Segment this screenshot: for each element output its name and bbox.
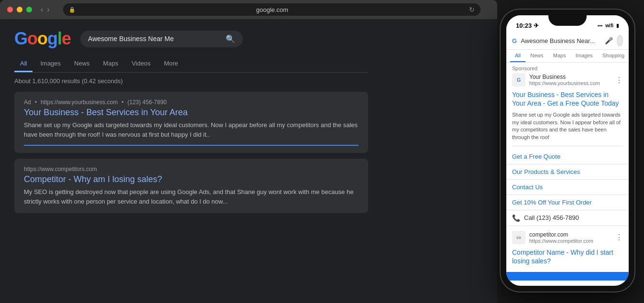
maximize-button[interactable] [26, 7, 32, 12]
phone-mockup: 10:23 ✈ ▪▪▪wifi▮ G 🎤 All News Maps Image… [501, 10, 634, 292]
phone-tab-all[interactable]: All [510, 50, 525, 62]
phone-notch [548, 15, 587, 26]
phone-sitelink-contact[interactable]: Contact Us [506, 180, 629, 195]
organic-result-title[interactable]: Competitor - Why am I losing sales? [24, 174, 359, 184]
phone-competitor-title[interactable]: Competitor Name - Why did I start losing… [506, 247, 629, 266]
ad-result-description: Shane set up my Google ads targeted towa… [24, 120, 359, 139]
phone-comp-name-block: competitor.com https://www.competitor.co… [529, 231, 593, 244]
signal-icon: ▪▪▪ [598, 23, 603, 28]
lock-icon: 🔒 [69, 7, 76, 13]
phone-ad-url: https://www.yourbusiness.com [529, 80, 600, 86]
organic-result-description: My SEO is getting destroyed now that peo… [24, 187, 359, 206]
organic-result-card: https://www.competitors.com Competitor -… [14, 159, 368, 213]
phone-call-label: Call (123) 456-7890 [524, 214, 579, 221]
google-page: Google 🔍 All Images News Maps Videos Mor… [0, 19, 382, 228]
ad-url: https://www.yourbusiness.com [41, 99, 118, 106]
phone-comp-url: https://www.competitor.com [529, 238, 593, 244]
phone-ad-name-block: Your Business https://www.yourbusiness.c… [529, 74, 600, 86]
phone-nav-tabs: All News Maps Images Shopping V [506, 50, 629, 63]
ad-result-title[interactable]: Your Business - Best Services in Your Ar… [24, 108, 359, 118]
phone-status-icons: ▪▪▪wifi▮ [598, 23, 619, 28]
phone-ad-title[interactable]: Your Business - Best Services in Your Ar… [506, 88, 629, 109]
browser-titlebar: ‹ › 🔒 google.com ↻ [0, 0, 497, 19]
phone-bottom-bar [506, 272, 629, 281]
phone-ad-more-button[interactable]: ⋮ [615, 76, 623, 85]
ad-label: Ad [24, 99, 31, 106]
phone-comp-logo: co [512, 231, 525, 244]
blue-divider [24, 145, 359, 146]
logo-g: g [47, 29, 57, 48]
nav-buttons: ‹ › [41, 5, 50, 14]
phone-ad-business-name: Your Business [529, 74, 600, 80]
phone-tab-maps[interactable]: Maps [548, 50, 571, 62]
reload-button[interactable]: ↻ [469, 6, 475, 13]
search-box[interactable]: 🔍 [80, 31, 243, 47]
phone-divider-1 [512, 146, 623, 146]
phone-competitor-header: co competitor.com https://www.competitor… [506, 228, 629, 247]
phone-call-icon: 📞 [512, 214, 520, 222]
ad-phone: (123) 456-7890 [128, 99, 167, 106]
back-button[interactable]: ‹ [41, 5, 43, 14]
search-tabs: All Images News Maps Videos More [14, 56, 368, 73]
browser-window: ‹ › 🔒 google.com ↻ Google 🔍 All [0, 0, 497, 303]
tab-all[interactable]: All [14, 56, 33, 72]
phone-search-input[interactable] [521, 37, 601, 44]
ad-result-card: Ad • https://www.yourbusiness.com • (123… [14, 92, 368, 153]
search-input[interactable] [88, 35, 221, 43]
logo-e: e [62, 29, 71, 48]
google-logo: Google [14, 29, 71, 49]
phone-tab-shopping[interactable]: Shopping [598, 50, 629, 62]
logo-o2: o [37, 29, 47, 48]
logo-G: G [14, 29, 27, 48]
phone-search-bar[interactable]: G 🎤 [506, 32, 629, 50]
phone-ad-header: G Your Business https://www.yourbusiness… [506, 71, 629, 88]
phone-comp-domain: competitor.com [529, 231, 593, 238]
results-count: About 1,610,000 results (0.42 seconds) [14, 77, 368, 85]
tab-videos[interactable]: Videos [126, 56, 156, 72]
phone-comp-info: co competitor.com https://www.competitor… [512, 231, 593, 244]
google-header: Google 🔍 [14, 29, 368, 49]
phone-sitelink-quote[interactable]: Get a Free Quote [506, 149, 629, 164]
phone-ad-info: G Your Business https://www.yourbusiness… [512, 73, 600, 87]
logo-o1: o [27, 29, 37, 48]
comp-url: https://www.competitors.com [24, 166, 359, 173]
phone-tab-images[interactable]: Images [571, 50, 598, 62]
address-bar[interactable]: 🔒 google.com ↻ [63, 3, 480, 16]
phone-sponsored-label: Sponsored [506, 63, 629, 71]
search-icon: 🔍 [226, 34, 235, 43]
phone-google-logo: G [512, 35, 517, 46]
phone-avatar[interactable] [617, 35, 623, 46]
phone-screen: 10:23 ✈ ▪▪▪wifi▮ G 🎤 All News Maps Image… [506, 15, 629, 286]
phone-comp-more-button[interactable]: ⋮ [615, 233, 623, 242]
forward-button[interactable]: › [47, 5, 49, 14]
phone-content: Sponsored G Your Business https://www.yo… [506, 63, 629, 281]
phone-sitelink-products[interactable]: Our Products & Services [506, 164, 629, 180]
phone-competitor-section: co competitor.com https://www.competitor… [506, 226, 629, 268]
phone-sitelink-discount[interactable]: Get 10% Off Your First Order [506, 195, 629, 210]
browser-content: Google 🔍 All Images News Maps Videos Mor… [0, 19, 497, 303]
close-button[interactable] [7, 7, 13, 12]
phone-ad-logo: G [512, 73, 525, 87]
phone-ad-description: Shane set up my Google ads targeted towa… [506, 109, 629, 143]
url-text: google.com [78, 6, 466, 13]
minimize-button[interactable] [17, 7, 22, 12]
phone-time: 10:23 ✈ [516, 22, 539, 29]
tab-more[interactable]: More [158, 56, 184, 72]
tab-maps[interactable]: Maps [98, 56, 124, 72]
microphone-icon[interactable]: 🎤 [605, 37, 613, 44]
tab-news[interactable]: News [68, 56, 96, 72]
tab-images[interactable]: Images [34, 56, 66, 72]
phone-call-row[interactable]: 📞 Call (123) 456-7890 [506, 210, 629, 226]
ad-label-row: Ad • https://www.yourbusiness.com • (123… [24, 99, 359, 106]
logo-l: l [57, 29, 62, 48]
phone-tab-news[interactable]: News [525, 50, 548, 62]
